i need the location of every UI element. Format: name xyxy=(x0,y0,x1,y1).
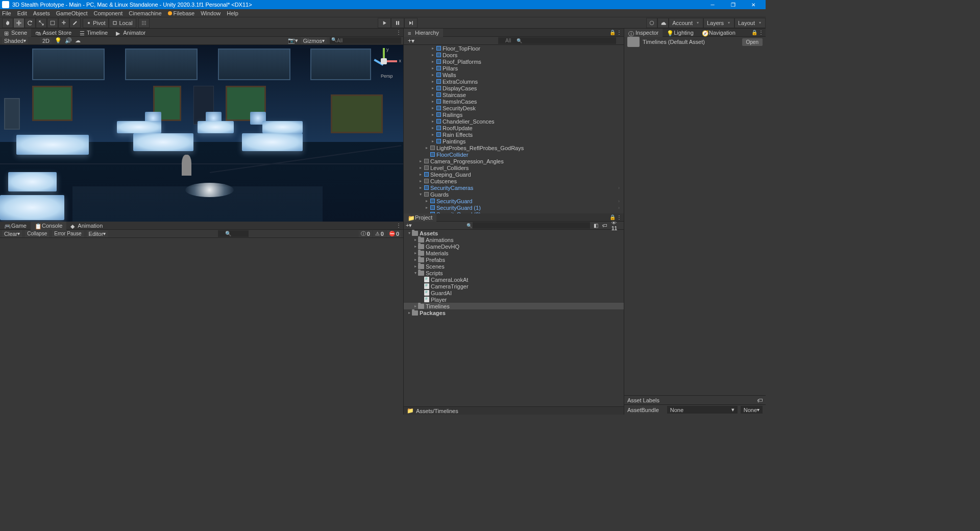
hand-tool[interactable] xyxy=(2,18,13,28)
lock-icon[interactable]: 🔒 xyxy=(609,214,616,220)
tab-inspector[interactable]: ⓘInspector xyxy=(624,29,663,37)
hierarchy-item[interactable]: ▸SecurityCameras› xyxy=(404,184,624,191)
tab-project[interactable]: 📁Project xyxy=(404,213,436,222)
filter-by-type-icon[interactable]: ◧ xyxy=(592,223,599,228)
maximize-button[interactable]: ❐ xyxy=(723,2,743,8)
account-dropdown[interactable]: Account xyxy=(669,18,703,28)
hierarchy-item[interactable]: ▸Walls xyxy=(404,71,624,78)
project-item[interactable]: ▸Scenes xyxy=(404,263,624,270)
hierarchy-item[interactable]: ▸DisplayCases xyxy=(404,85,624,91)
tab-menu-icon[interactable]: ⋮ xyxy=(758,30,764,35)
hierarchy-search[interactable] xyxy=(498,37,616,44)
minimize-button[interactable]: ─ xyxy=(702,2,723,8)
tab-game[interactable]: 🎮Game xyxy=(0,222,31,230)
hierarchy-item[interactable]: ▸SecurityGuard (1)› xyxy=(404,204,624,211)
assetbundle-variant-dropdown[interactable]: None ▾ xyxy=(741,406,763,414)
project-item[interactable]: CameraTrigger xyxy=(404,283,624,289)
cloud-icon[interactable] xyxy=(657,18,669,28)
project-item[interactable]: ▸GameDevHQ xyxy=(404,243,624,250)
tab-hierarchy[interactable]: ≡Hierarchy xyxy=(404,29,443,37)
rect-tool[interactable] xyxy=(47,18,58,28)
hierarchy-item[interactable]: FloorCollider xyxy=(404,151,624,158)
move-tool[interactable] xyxy=(13,18,24,28)
menu-help[interactable]: Help xyxy=(227,10,238,16)
project-search[interactable] xyxy=(473,222,590,229)
play-button[interactable] xyxy=(378,18,391,28)
snap-toggle[interactable] xyxy=(138,18,150,28)
layers-dropdown[interactable]: Layers xyxy=(703,18,734,28)
hierarchy-item[interactable]: ▸Staircase xyxy=(404,91,624,98)
scene-viewport[interactable]: yx Persp xyxy=(0,45,403,222)
hierarchy-item[interactable]: ▸Doors xyxy=(404,52,624,58)
project-item[interactable]: ▾Assets xyxy=(404,230,624,236)
menu-component[interactable]: Component xyxy=(93,10,122,16)
hierarchy-item[interactable]: ▸Camera_Progression_Angles xyxy=(404,158,624,164)
hierarchy-item[interactable]: ▸Rain Effects xyxy=(404,131,624,138)
project-item[interactable]: ▸Animations xyxy=(404,236,624,243)
console-warn-count[interactable]: ⚠ 0 xyxy=(373,230,386,237)
close-button[interactable]: ✕ xyxy=(743,2,764,8)
console-clear[interactable]: Clear ▾ xyxy=(2,230,22,237)
layout-dropdown[interactable]: Layout xyxy=(734,18,766,28)
tab-lighting[interactable]: 💡Lighting xyxy=(663,29,698,37)
audio-toggle-icon[interactable]: 🔊 xyxy=(65,37,72,44)
hierarchy-item[interactable]: ▸Floor_TopFloor xyxy=(404,45,624,52)
hierarchy-create[interactable]: +▾ xyxy=(406,37,416,44)
tab-timeline[interactable]: ☰Timeline xyxy=(76,29,112,37)
label-icon[interactable]: 🏷 xyxy=(757,397,763,403)
tab-console[interactable]: 📋Console xyxy=(31,222,66,230)
console-info-count[interactable]: ⓘ 0 xyxy=(359,230,372,237)
console-error-pause[interactable]: Error Pause xyxy=(52,230,83,237)
hierarchy-item[interactable]: ▸SecurityDesk xyxy=(404,105,624,111)
orientation-gizmo[interactable]: yx Persp xyxy=(369,48,399,79)
rotate-tool[interactable] xyxy=(24,18,36,28)
hierarchy-item[interactable]: ▸Chandelier_Sconces xyxy=(404,118,624,125)
project-item[interactable]: CameraLookAt xyxy=(404,276,624,283)
tab-menu-icon[interactable]: ⋮ xyxy=(396,30,401,35)
project-create[interactable]: +▾ xyxy=(406,222,412,229)
hierarchy-item[interactable]: ▸Roof_Platforms xyxy=(404,58,624,65)
pause-button[interactable] xyxy=(391,18,404,28)
fx-toggle-icon[interactable]: ☁ xyxy=(75,37,81,44)
hierarchy-item[interactable]: ▸Cutscenes xyxy=(404,178,624,184)
hierarchy-item[interactable]: ▸Railings xyxy=(404,111,624,118)
assetbundle-dropdown[interactable]: None▾ xyxy=(667,406,738,414)
open-button[interactable]: Open xyxy=(742,38,763,46)
draw-mode-dropdown[interactable]: Shaded ▾ xyxy=(2,37,28,44)
console-error-count[interactable]: ⛔ 0 xyxy=(387,230,401,237)
menu-file[interactable]: File xyxy=(2,10,11,16)
lock-icon[interactable]: 🔒 xyxy=(751,30,757,35)
menu-edit[interactable]: Edit xyxy=(17,10,27,16)
tab-scene[interactable]: ⊞Scene xyxy=(0,29,31,37)
project-tree[interactable]: ▾Assets▸Animations▸GameDevHQ▸Materials▸P… xyxy=(404,230,624,406)
hierarchy-item[interactable]: ▸RoofUpdate xyxy=(404,125,624,131)
hierarchy-item[interactable]: ▸ExtraColumns xyxy=(404,78,624,85)
pivot-toggle[interactable]: Pivot xyxy=(83,18,109,28)
project-item[interactable]: ▸Packages xyxy=(404,309,624,316)
scene-search[interactable] xyxy=(330,37,401,44)
scale-tool[interactable] xyxy=(36,18,47,28)
tab-animation[interactable]: ◆Animation xyxy=(66,222,107,230)
hierarchy-item[interactable]: ▸LightProbes_ReflProbes_GodRays xyxy=(404,144,624,151)
menu-cinemachine[interactable]: Cinemachine xyxy=(129,10,161,16)
2d-toggle[interactable]: 2D xyxy=(40,37,52,44)
hierarchy-item[interactable]: ▸ItemsInCases xyxy=(404,98,624,105)
menu-assets[interactable]: Assets xyxy=(33,10,50,16)
tab-navigation[interactable]: 🧭Navigation xyxy=(698,29,740,37)
camera-icon[interactable]: 📷▾ xyxy=(288,37,298,44)
collab-icon[interactable] xyxy=(646,18,657,28)
menu-window[interactable]: Window xyxy=(201,10,220,16)
hierarchy-item[interactable]: ▾Guards xyxy=(404,191,624,198)
hierarchy-item[interactable]: ▸SecurityGuard› xyxy=(404,198,624,204)
hierarchy-item[interactable]: ▸Pillars xyxy=(404,65,624,71)
console-search[interactable] xyxy=(218,230,249,237)
tab-menu-icon[interactable]: ⋮ xyxy=(396,223,401,228)
project-item[interactable]: ▸Prefabs xyxy=(404,256,624,263)
step-button[interactable] xyxy=(404,18,418,28)
local-toggle[interactable]: Local xyxy=(109,18,136,28)
project-item[interactable]: Player xyxy=(404,296,624,303)
project-item[interactable]: ▾Scripts xyxy=(404,270,624,276)
gizmos-dropdown[interactable]: Gizmos ▾ xyxy=(301,37,327,44)
filter-by-label-icon[interactable]: 🏷 xyxy=(601,223,608,228)
project-item[interactable]: ▸Timelines xyxy=(404,303,624,309)
